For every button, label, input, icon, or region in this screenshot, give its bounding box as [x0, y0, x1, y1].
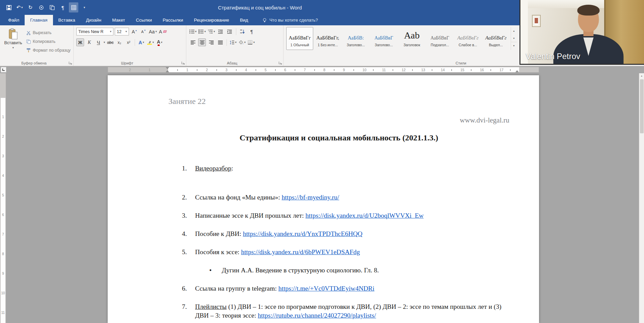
tell-me-box[interactable]: Что вы хотите сделать?: [262, 15, 318, 25]
justify-button[interactable]: [216, 38, 224, 46]
gallery-down-icon[interactable]: ▾: [511, 34, 517, 42]
bullets-button[interactable]: ▾: [189, 28, 197, 35]
shrink-font-button[interactable]: А▾: [139, 28, 147, 35]
tab-рецензирование[interactable]: Рецензирование: [189, 15, 235, 25]
clear-formatting-button[interactable]: А: [159, 28, 167, 35]
cut-button[interactable]: Вырезать: [26, 29, 71, 36]
align-center-button[interactable]: [198, 38, 206, 46]
paragraph-dialog-launcher[interactable]: [278, 61, 282, 65]
style-sample: АаБбВвГг: [455, 28, 481, 41]
document-page[interactable]: Занятие 22 www.dvi-legal.ru Стратификаци…: [108, 75, 539, 323]
change-case-button[interactable]: Аа▾: [149, 28, 157, 35]
hyperlink[interactable]: https://t.me/+Vc0VTDdEyiw4NDRi: [278, 285, 375, 292]
tell-me-label: Что вы хотите сделать?: [269, 18, 318, 23]
format-painter-label: Формат по образцу: [33, 48, 71, 53]
gallery-more-icon[interactable]: ▾: [511, 42, 517, 49]
style-item-5[interactable]: АаbЗаголовок: [398, 27, 425, 50]
style-sample: АаБбВ:: [343, 28, 369, 41]
vruler-number: 11: [0, 311, 6, 315]
doc-text: Дугин А.А. Введение в структурную социол…: [222, 267, 379, 274]
subscript-button[interactable]: х₂: [115, 38, 123, 46]
ruler-number: 14: [441, 68, 445, 72]
paragraph-mark-icon[interactable]: ¶: [58, 2, 68, 12]
first-line-indent-marker[interactable]: [166, 67, 169, 69]
gallery-up-icon[interactable]: ▴: [511, 27, 517, 34]
decrease-indent-button[interactable]: [217, 28, 224, 35]
style-label: 1 Обычный: [287, 43, 313, 47]
show-marks-button[interactable]: ¶: [248, 28, 256, 35]
font-color-button[interactable]: А▾: [156, 38, 163, 46]
clipboard-dialog-launcher[interactable]: [68, 61, 72, 65]
copy-icon[interactable]: [47, 2, 57, 12]
hanging-indent-marker[interactable]: [166, 70, 169, 72]
webcam-overlay: Valentin Petrov: [519, 0, 644, 65]
multilevel-list-button[interactable]: ▾: [208, 28, 215, 35]
underline-button[interactable]: Ч: [95, 38, 102, 46]
style-item-8[interactable]: АаБбВвГгВыдел...: [482, 27, 509, 50]
tab-рассылки[interactable]: Рассылки: [157, 15, 189, 25]
numbering-button[interactable]: ▾: [198, 28, 206, 35]
picture-frame: [532, 15, 541, 27]
strikethrough-button[interactable]: abc: [106, 38, 114, 46]
hyperlink[interactable]: https://rutube.ru/channel/24027290/playl…: [258, 312, 376, 319]
font-name-combo[interactable]: Times New R ▾: [76, 28, 113, 35]
touch-mode-icon[interactable]: [36, 2, 46, 12]
shading-button[interactable]: ▾: [238, 38, 246, 46]
increase-indent-button[interactable]: [226, 28, 234, 35]
tab-вид[interactable]: Вид: [235, 15, 253, 25]
grow-font-button[interactable]: А▴: [130, 28, 138, 35]
scroll-up-icon[interactable]: ▴: [639, 73, 644, 79]
save-icon[interactable]: [4, 2, 14, 12]
style-item-7[interactable]: АаБбВвГгСлабое в...: [454, 27, 481, 50]
style-item-6[interactable]: АаБбВвГПодзагол...: [426, 27, 453, 50]
dropdown-icon: ▾: [155, 30, 157, 33]
borders-button[interactable]: ▾: [247, 38, 255, 46]
sort-button[interactable]: [239, 28, 246, 35]
tab-ссылки[interactable]: Ссылки: [130, 15, 157, 25]
hyperlink[interactable]: https://disk.yandex.ru/d/U2boqlWVVXi_Ew: [305, 212, 424, 219]
align-left-button[interactable]: [189, 38, 197, 46]
paste-button[interactable]: Вставить ▾: [3, 27, 24, 54]
pilcrow-glyph: ¶: [61, 5, 64, 10]
vertical-scrollbar[interactable]: ▴: [639, 73, 644, 323]
line-spacing-button[interactable]: ▾: [229, 38, 237, 46]
table-icon[interactable]: [69, 2, 78, 12]
dropdown-icon[interactable]: ▾: [104, 41, 105, 44]
copy-button[interactable]: Копировать: [26, 38, 71, 45]
style-item-1[interactable]: АаБбВвГг1 Обычный: [286, 27, 313, 50]
tab-файл[interactable]: Файл: [3, 15, 25, 25]
customize-qat-icon[interactable]: ▾: [80, 2, 89, 12]
undo-icon[interactable]: ↶ ▾: [15, 2, 24, 12]
font-size-value: 12: [117, 29, 122, 34]
bold-button[interactable]: Ж: [76, 38, 84, 46]
scrollbar-thumb[interactable]: [640, 79, 644, 133]
highlight-button[interactable]: ▾: [146, 38, 154, 46]
style-label: Подзагол...: [427, 43, 453, 47]
list-number: 3.: [182, 211, 187, 220]
tab-вставка[interactable]: Вставка: [53, 15, 81, 25]
style-item-4[interactable]: АаБбВвГЗаголово...: [370, 27, 397, 50]
bold-glyph: Ж: [78, 40, 82, 45]
superscript-button[interactable]: х²: [125, 38, 132, 46]
tab-макет[interactable]: Макет: [107, 15, 130, 25]
format-painter-button[interactable]: Формат по образцу: [26, 47, 71, 54]
style-item-3[interactable]: АаБбВ:Заголово...: [342, 27, 369, 50]
text-effects-button[interactable]: А▾: [137, 38, 145, 46]
hyperlink[interactable]: https://disk.yandex.ru/d/6bPWEV1eDSAFdg: [241, 248, 360, 255]
styles-gallery: АаБбВвГг1 ОбычныйАаБбВвГг,1 Без инте...А…: [286, 27, 509, 50]
hyperlink[interactable]: https://bf-myediny.ru/: [281, 194, 339, 201]
font-size-combo[interactable]: 12 ▾: [115, 28, 129, 35]
style-item-2[interactable]: АаБбВвГг,1 Без инте...: [314, 27, 341, 50]
vruler-number: 10: [0, 291, 6, 295]
tab-stop-selector[interactable]: [1, 67, 6, 73]
italic-button[interactable]: К: [85, 38, 93, 46]
hyperlink[interactable]: https://disk.yandex.ru/d/YnxTPDThcE6HQQ: [243, 230, 363, 237]
right-indent-marker[interactable]: [515, 70, 519, 72]
font-dialog-launcher[interactable]: [181, 61, 185, 65]
dropdown-icon: ▾: [126, 30, 127, 33]
vruler-number: 9: [0, 272, 6, 275]
align-right-button[interactable]: [207, 38, 215, 46]
tab-главная[interactable]: Главная: [25, 15, 53, 25]
redo-icon[interactable]: ↻: [26, 2, 35, 12]
tab-дизайн[interactable]: Дизайн: [81, 15, 107, 25]
